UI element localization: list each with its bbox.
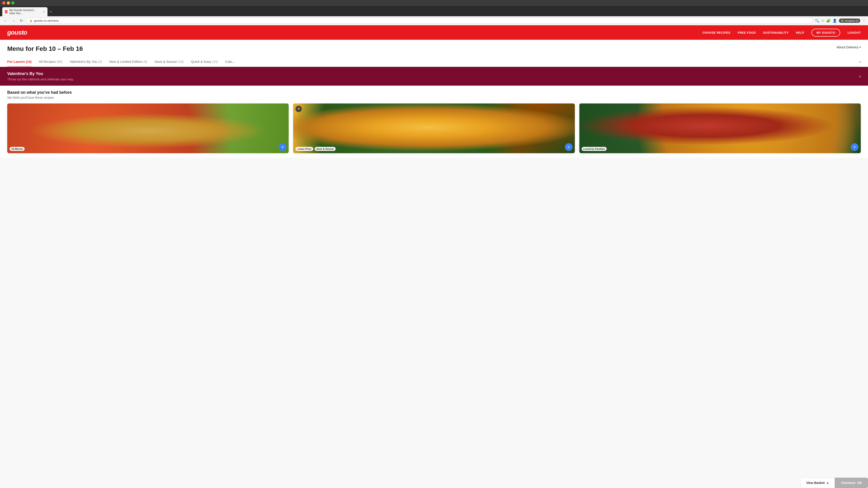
incognito-badge: 🕵 Incognito (2)	[839, 19, 860, 23]
help-nav-link[interactable]: HELP	[796, 31, 804, 34]
recipe-card[interactable]: 10-Minute +	[7, 103, 289, 153]
filter-tab-for-lauren[interactable]: For Lauren (14)	[7, 57, 31, 67]
filter-count: (10)	[178, 60, 184, 64]
about-delivery-chevron-icon: ▾	[860, 46, 861, 49]
banner-content: Valentine's By You Throw out the ruleboo…	[7, 71, 74, 81]
filter-tabs: For Lauren (14) All Recipes (96) Valenti…	[7, 57, 861, 67]
recipe-tags: Loved by Families	[582, 147, 607, 151]
address-bar-actions: 🔍 ☆ 🧩 👤 🕵 Incognito (2) ⋮	[815, 19, 866, 23]
section-subtitle: We think you'll love these recipes	[7, 96, 861, 99]
filter-tab-quick-easy[interactable]: Quick & Easy (23)	[191, 57, 218, 67]
free-food-nav-link[interactable]: FREE FOOD	[738, 31, 756, 34]
minimize-window-button[interactable]	[7, 1, 10, 4]
filter-count: (8)	[143, 60, 147, 64]
back-button[interactable]: ←	[2, 18, 8, 23]
recipe-card[interactable]: Loved by Families +	[579, 103, 861, 153]
filter-label: Calo...	[225, 60, 235, 64]
recipe-image	[7, 103, 289, 153]
filter-label: Save & Savour	[155, 60, 178, 64]
url-text: gousto.co.uk/menu	[34, 19, 59, 22]
page-title: Menu for Feb 10 – Feb 16	[7, 45, 83, 53]
close-window-button[interactable]	[2, 1, 5, 4]
bookmark-icon[interactable]: ☆	[821, 19, 825, 23]
header-navigation: CHOOSE RECIPES FREE FOOD SUSTAINABILITY …	[702, 29, 861, 37]
banner-title: Valentine's By You	[7, 71, 74, 76]
tab-favicon: G	[5, 10, 7, 13]
filter-label: For Lauren	[7, 60, 26, 64]
recipe-add-button[interactable]: +	[851, 143, 859, 151]
sustainability-nav-link[interactable]: SUSTAINABILITY	[763, 31, 789, 34]
website: gousto CHOOSE RECIPES FREE FOOD SUSTAINA…	[0, 25, 868, 158]
forward-button[interactable]: →	[10, 18, 17, 23]
about-delivery-button[interactable]: About Delivery ▾	[836, 45, 861, 49]
filter-tabs-scroll-right-icon[interactable]: ›	[860, 59, 861, 64]
reload-button[interactable]: ↻	[19, 18, 24, 23]
recipe-tag-10-minute: 10-Minute	[9, 147, 25, 151]
recipe-grid: 10-Minute + V Lower Price Save & Savour …	[7, 103, 861, 153]
search-icon[interactable]: 🔍	[815, 19, 819, 23]
filter-tab-valentines[interactable]: Valentine's By You (2)	[70, 57, 102, 67]
filter-label: All Recipes	[39, 60, 57, 64]
recipe-image	[293, 103, 575, 153]
filter-label: Quick & Easy	[191, 60, 212, 64]
new-tab-button[interactable]: +	[49, 10, 53, 14]
recommended-section: Based on what you've had before We think…	[7, 86, 861, 158]
section-title: Based on what you've had before	[7, 90, 861, 95]
incognito-label: Incognito (2)	[845, 20, 859, 22]
filter-tab-calorie[interactable]: Calo...	[225, 57, 235, 67]
filter-count: (23)	[212, 60, 218, 64]
more-options-icon[interactable]: ⋮	[862, 19, 866, 23]
recipe-tags: Lower Price Save & Savour	[296, 147, 336, 151]
choose-recipes-nav-link[interactable]: CHOOSE RECIPES	[702, 31, 730, 34]
recipe-card[interactable]: V Lower Price Save & Savour +	[293, 103, 575, 153]
logout-button[interactable]: LOGOUT	[847, 31, 861, 34]
window-buttons	[2, 1, 14, 4]
recipe-tag-save-savour: Save & Savour	[315, 147, 336, 151]
filter-count: (14)	[26, 60, 32, 64]
filter-tab-new-limited[interactable]: New & Limited Edition (8)	[110, 57, 147, 67]
site-header: gousto CHOOSE RECIPES FREE FOOD SUSTAINA…	[0, 25, 868, 40]
page-content: Menu for Feb 10 – Feb 16 About Delivery …	[0, 40, 868, 158]
tab-close-button[interactable]: ✕	[43, 10, 45, 13]
promo-banner[interactable]: Valentine's By You Throw out the ruleboo…	[0, 67, 868, 86]
filter-count: (2)	[98, 60, 102, 64]
recipe-tag-loved-families: Loved by Families	[582, 147, 607, 151]
maximize-window-button[interactable]	[11, 1, 14, 4]
url-input[interactable]: 🔒 gousto.co.uk/menu	[26, 18, 813, 24]
address-bar: ← → ↻ 🔒 gousto.co.uk/menu 🔍 ☆ 🧩 👤 🕵 Inco…	[0, 16, 868, 25]
extensions-icon[interactable]: 🧩	[826, 19, 831, 23]
about-delivery-text: About Delivery	[836, 45, 859, 49]
filter-label: Valentine's By You	[70, 60, 98, 64]
active-tab[interactable]: G My Gousto Account | View You... ✕	[2, 7, 48, 16]
site-logo[interactable]: gousto	[7, 29, 27, 36]
recipe-tag-lower-price: Lower Price	[296, 147, 313, 151]
filter-tab-save-savour[interactable]: Save & Savour (10)	[155, 57, 184, 67]
banner-arrow-icon: ›	[859, 73, 861, 79]
tab-title: My Gousto Account | View You...	[9, 8, 40, 15]
my-gousto-button[interactable]: MY GOUSTO	[811, 29, 840, 37]
filter-label: New & Limited Edition	[110, 60, 144, 64]
recipe-tags: 10-Minute	[9, 147, 25, 151]
browser-window-controls	[0, 0, 868, 6]
security-lock-icon: 🔒	[29, 19, 33, 22]
filter-tab-all-recipes[interactable]: All Recipes (96)	[39, 57, 62, 67]
incognito-icon: 🕵	[841, 19, 844, 22]
recipe-image	[579, 103, 861, 153]
filter-count: (96)	[57, 60, 62, 64]
tab-bar: G My Gousto Account | View You... ✕ +	[0, 6, 868, 16]
page-header: Menu for Feb 10 – Feb 16 About Delivery …	[7, 45, 861, 53]
profile-icon[interactable]: 👤	[833, 19, 837, 23]
banner-subtitle: Throw out the rulebook and celebrate you…	[7, 77, 74, 81]
recipe-add-button[interactable]: +	[565, 143, 572, 151]
